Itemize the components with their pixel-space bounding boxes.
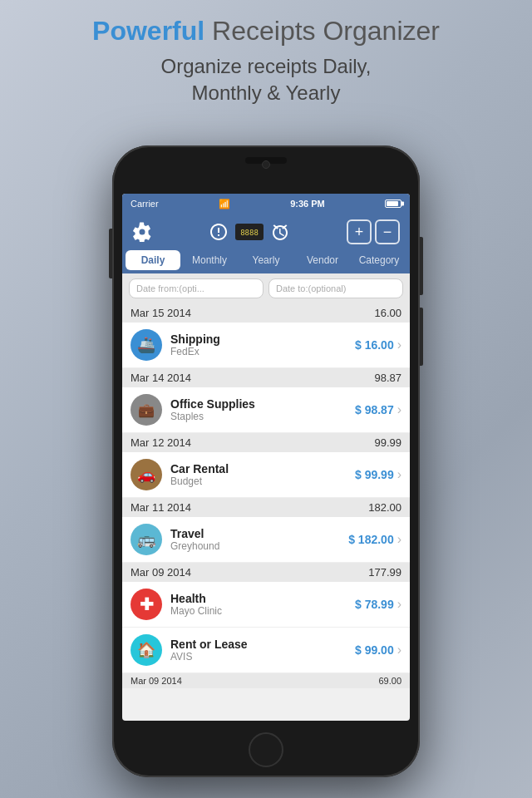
shipping-icon: 🚢 [131,329,162,361]
search-area: Date from:(opti... Date to:(optional) [122,273,410,303]
receipt-info-health: Health Mayo Clinic [170,592,355,617]
receipt-name-office: Office Supplies [170,397,355,411]
tab-monthly[interactable]: Monthly [182,250,237,270]
status-time: 9:36 PM [290,199,325,209]
phone-home-button[interactable] [249,732,283,767]
phone-screen: Carrier 📶 9:36 PM [122,194,410,721]
minus-button[interactable]: − [375,219,400,244]
date-to-input[interactable]: Date to:(optional) [268,278,403,298]
receipt-amount-health: $ 78.99 [355,598,394,611]
phone-side-button2 [420,308,423,366]
chevron-shipping: › [397,337,401,352]
receipt-info-office: Office Supplies Staples [170,397,355,422]
tab-daily[interactable]: Daily [126,250,180,270]
receipt-vendor-office: Staples [170,411,355,422]
amount-partial: 69.00 [378,676,401,686]
receipt-row-office[interactable]: 💼 Office Supplies Staples $ 98.87 › [122,387,410,433]
hero-title: Powerful Receipts Organizer [17,15,515,47]
tab-vendor[interactable]: Vendor [295,250,350,270]
date-mar12: Mar 12 2014 [131,436,191,449]
receipt-row-travel[interactable]: 🚌 Travel Greyhound $ 182.00 › [122,517,410,563]
receipt-row-rent[interactable]: 🏠 Rent or Lease AVIS $ 99.00 › [122,628,410,673]
receipt-name-shipping: Shipping [170,332,355,346]
date-mar09: Mar 09 2014 [131,566,191,579]
amount-mar09: 177.99 [368,566,401,579]
nav-bar: 8888 + − [122,214,410,250]
tab-yearly[interactable]: Yearly [239,250,293,270]
digits-display: 8888 [235,224,264,240]
hero-text: Powerful Receipts Organizer Organize rec… [0,15,532,106]
chevron-health: › [397,597,401,612]
receipt-row-shipping[interactable]: 🚢 Shipping FedEx $ 16.00 › [122,323,410,368]
hero-subtitle: Organize receipts Daily,Monthly & Yearly [17,53,515,105]
add-button[interactable]: + [347,219,372,244]
phone-frame: Carrier 📶 9:36 PM [112,145,420,777]
receipt-amount-shipping: $ 16.00 [355,338,394,352]
office-icon: 💼 [131,394,162,426]
rent-icon: 🏠 [131,634,162,666]
speedometer-icon[interactable] [209,222,229,242]
gear-icon[interactable] [132,222,152,242]
phone-volume-button [109,229,112,278]
date-header-mar14: Mar 14 2014 98.87 [122,368,410,387]
date-from-input[interactable]: Date from:(opti... [129,278,264,298]
receipt-vendor-rent: AVIS [170,651,355,663]
amount-mar11: 182.00 [368,501,401,514]
date-header-mar15: Mar 15 2014 16.00 [122,303,410,323]
receipt-info-car: Car Rental Budget [170,462,355,487]
date-header-mar12: Mar 12 2014 99.99 [122,433,410,452]
receipt-vendor-car: Budget [170,475,355,487]
chevron-car: › [397,467,401,482]
receipt-info-shipping: Shipping FedEx [170,332,355,357]
hero-title-blue: Powerful [92,16,204,46]
phone-power-button [420,237,423,295]
tab-category[interactable]: Category [352,250,406,270]
nav-right: + − [347,219,400,244]
receipt-name-car: Car Rental [170,462,355,475]
chevron-rent: › [397,643,401,658]
alarm-icon[interactable] [270,222,290,242]
receipt-name-health: Health [170,592,355,605]
phone-camera [262,160,270,169]
amount-mar15: 16.00 [374,307,401,319]
date-header-partial: Mar 09 2014 69.00 [122,673,410,688]
date-mar14: Mar 14 2014 [131,372,191,384]
wifi-icon: 📶 [219,199,230,209]
receipt-name-travel: Travel [170,527,348,540]
amount-mar14: 98.87 [374,372,401,384]
receipt-info-rent: Rent or Lease AVIS [170,638,355,663]
receipt-amount-rent: $ 99.00 [355,643,394,657]
status-battery [385,200,401,208]
travel-icon: 🚌 [131,524,162,555]
receipt-info-travel: Travel Greyhound [170,527,348,552]
receipt-vendor-shipping: FedEx [170,346,355,357]
hero-title-rest: Receipts Organizer [204,16,440,46]
tabs-bar: Daily Monthly Yearly Vendor Category [122,250,410,273]
chevron-travel: › [397,532,401,547]
battery-fill [387,201,398,206]
date-header-mar09: Mar 09 2014 177.99 [122,563,410,582]
date-partial: Mar 09 2014 [131,676,182,686]
health-icon: ✚ [131,589,162,620]
nav-center: 8888 [209,222,290,242]
receipt-row-car[interactable]: 🚗 Car Rental Budget $ 99.99 › [122,452,410,498]
svg-text:8888: 8888 [240,229,259,237]
battery-icon [385,200,401,208]
receipt-amount-office: $ 98.87 [355,403,394,416]
amount-mar12: 99.99 [374,436,401,449]
status-carrier: Carrier [131,199,159,209]
receipt-amount-travel: $ 182.00 [348,533,394,546]
chevron-office: › [397,402,401,417]
receipt-row-health[interactable]: ✚ Health Mayo Clinic $ 78.99 › [122,582,410,628]
receipt-amount-car: $ 99.99 [355,468,394,481]
receipts-list: Mar 15 2014 16.00 🚢 Shipping FedEx $ 16.… [122,303,410,688]
date-header-mar11: Mar 11 2014 182.00 [122,498,410,517]
nav-left [132,222,152,242]
receipt-name-rent: Rent or Lease [170,638,355,651]
receipt-vendor-health: Mayo Clinic [170,605,355,617]
date-mar11: Mar 11 2014 [131,501,191,514]
receipt-vendor-travel: Greyhound [170,540,348,552]
date-mar15: Mar 15 2014 [131,307,191,319]
status-bar: Carrier 📶 9:36 PM [122,194,410,214]
car-icon: 🚗 [131,459,162,490]
